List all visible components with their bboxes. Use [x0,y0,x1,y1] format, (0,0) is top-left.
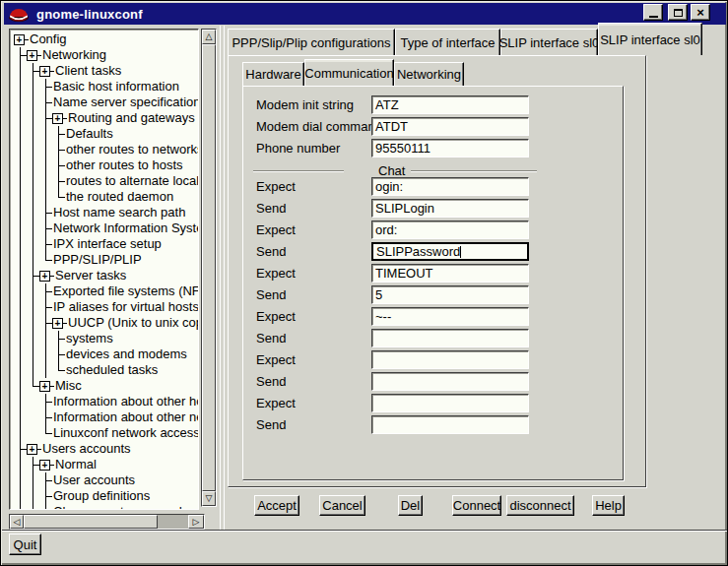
tree-item-label[interactable]: Exported file systems (NFS) [52,283,199,299]
tree-item[interactable]: Linuxconf network access [14,425,198,441]
expander-icon[interactable]: + [52,318,63,329]
tree-item[interactable]: other routes to networks [14,142,198,157]
tree-item-label[interactable]: routes to alternate local ne [65,173,199,189]
tree-item-label[interactable]: Routing and gateways [67,110,195,126]
horizontal-scrollbar-thumb[interactable] [24,515,158,529]
minimize-button[interactable] [643,4,663,21]
tab-type-of-interface-1[interactable]: Type of interface [395,29,500,55]
modem-init-string-input[interactable]: ATZ [371,95,529,114]
tree-item[interactable]: +Routing and gateways [14,110,198,126]
tree-item-label[interactable]: Server tasks [54,268,126,283]
chat-expect-2-input[interactable]: ord: [371,220,529,239]
tree-item-label[interactable]: Config [29,31,67,47]
close-button[interactable]: × [691,4,710,21]
chat-expect-0-input[interactable]: ogin: [371,177,529,196]
tree-vertical-scrollbar[interactable]: △ ▽ [201,29,217,507]
tab-slip-interface-sl0-3[interactable]: SLIP interface sl0 [598,23,702,55]
cancel-button[interactable]: Cancel [319,495,365,516]
accept-button[interactable]: Accept [254,495,299,516]
tab-networking[interactable]: Networking [394,62,464,86]
tree-item-label[interactable]: IP aliases for virtual hosts [52,299,199,315]
maximize-button[interactable] [668,4,688,21]
tree-item-label[interactable]: Basic host information [52,79,179,94]
tree-item[interactable]: Information about other host [14,394,198,409]
tree-item-label[interactable]: Misc [54,378,82,394]
titlebar[interactable]: gnome-linuxconf [4,3,726,25]
quit-button[interactable]: Quit [9,534,41,555]
chat-send-9-input[interactable] [371,372,529,391]
tree-item[interactable]: Defaults [14,126,198,142]
expander-icon[interactable]: + [39,381,50,392]
expander-icon[interactable]: + [27,444,37,455]
tree-item-label[interactable]: Name server specification ( [52,94,199,110]
tree-item-label[interactable]: Information about other netw [52,409,199,425]
tree-item[interactable]: Change root password [14,504,198,510]
tree-item-label[interactable]: systems [65,331,113,346]
tree-item[interactable]: Network Information System [14,220,198,236]
tree-item[interactable]: +Misc [14,378,198,394]
tree-item-label[interactable]: scheduled tasks [65,362,158,378]
chat-expect-8-input[interactable] [371,350,529,369]
tab-communication[interactable]: Communication [304,59,394,86]
tree-item-label[interactable]: Users accounts [41,441,131,457]
chat-send-11-input[interactable] [371,415,529,434]
tree-item-label[interactable]: other routes to networks [65,142,199,157]
tree-item[interactable]: Group definitions [14,488,198,504]
help-button[interactable]: Help [592,495,625,516]
chat-expect-6-input[interactable]: ~-- [371,307,529,326]
tree-item[interactable]: scheduled tasks [14,362,198,378]
chat-expect-10-input[interactable] [371,394,529,412]
tree-item[interactable]: devices and modems [14,346,198,362]
chat-expect-4-input[interactable]: TIMEOUT [371,264,529,283]
tree-item-label[interactable]: Change root password [52,504,182,510]
tree-item[interactable]: +UUCP (Unix to unix copy) [14,315,198,331]
expander-icon[interactable]: + [27,50,37,61]
tree-item[interactable]: +Networking [14,47,198,63]
tab-ppp-slip-plip-configurations-0[interactable]: PPP/Slip/Plip configurations [228,29,395,55]
tab-slip-interface-sl0-2[interactable]: SLIP interface sl0 [500,29,598,55]
tree-item-label[interactable]: UUCP (Unix to unix copy) [67,315,199,331]
chat-send-7-input[interactable] [371,329,529,347]
expander-icon[interactable]: + [52,113,63,124]
scroll-left-button[interactable]: ◁ [10,515,24,529]
chat-send-5-input[interactable]: 5 [371,285,529,304]
tree-item-label[interactable]: Network Information System [52,220,199,236]
tree-item[interactable]: Host name search path [14,205,198,220]
chat-send-3-input[interactable]: SLIPPassword [371,242,529,261]
tree-item[interactable]: Information about other netw [14,409,198,425]
tree-item[interactable]: Name server specification ( [14,94,198,110]
tree-item[interactable]: +Client tasks [14,63,198,79]
scroll-right-button[interactable]: ▷ [188,515,204,529]
tab-hardware[interactable]: Hardware [242,62,304,86]
tree-item-label[interactable]: Client tasks [54,63,121,79]
expander-icon[interactable]: + [14,34,25,45]
tree-item[interactable]: Exported file systems (NFS) [14,283,198,299]
tree-item-label[interactable]: User accounts [52,472,135,488]
tree-item[interactable]: the routed daemon [14,189,198,205]
tree-item[interactable]: +Server tasks [14,268,198,283]
tree-item-label[interactable]: Information about other host [52,394,199,409]
expander-icon[interactable]: + [39,460,50,471]
tree-item-label[interactable]: devices and modems [65,346,187,362]
connect-button[interactable]: Connect [452,495,501,516]
expander-icon[interactable]: + [39,66,50,77]
scroll-up-button[interactable]: △ [202,30,216,44]
tree-item-label[interactable]: IPX interface setup [52,236,162,252]
tree-item[interactable]: Basic host information [14,79,198,94]
tree-item-label[interactable]: Defaults [65,126,113,142]
tree-item-label[interactable]: Normal [54,457,97,472]
tree-item[interactable]: +Users accounts [14,441,198,457]
tree-item[interactable]: routes to alternate local ne [14,173,198,189]
tree-item-label[interactable]: the routed daemon [65,189,173,205]
pane-divider[interactable] [220,26,225,530]
del-button[interactable]: Del [398,495,423,516]
tree-item[interactable]: +Config [14,31,198,47]
chat-send-1-input[interactable]: SLIPLogin [371,199,529,218]
tree-item-label[interactable]: Group definitions [52,488,150,504]
phone-number-input[interactable]: 95550111 [371,139,529,157]
tree-item-label[interactable]: Networking [41,47,106,63]
tree-item[interactable]: other routes to hosts [14,157,198,173]
tree-item[interactable]: IP aliases for virtual hosts [14,299,198,315]
tree-item[interactable]: systems [14,331,198,346]
vertical-scrollbar-thumb[interactable] [202,44,216,491]
